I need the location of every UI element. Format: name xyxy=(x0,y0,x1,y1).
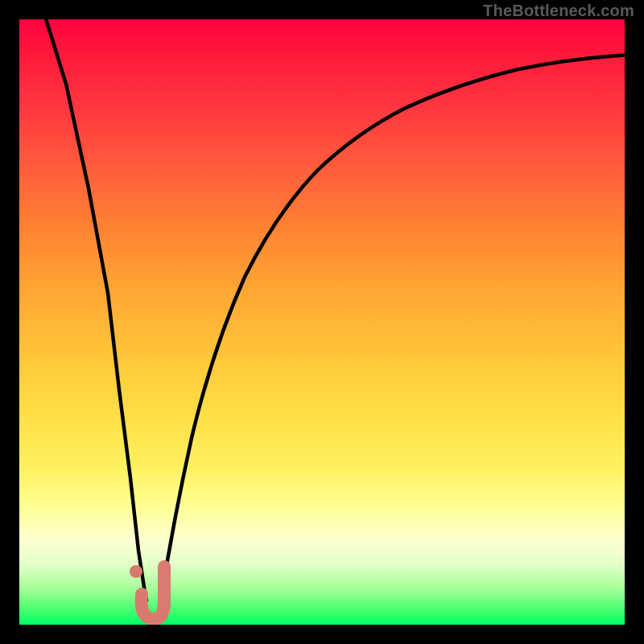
curve-left xyxy=(43,19,147,601)
plot-area xyxy=(19,19,625,625)
bottleneck-j-mark xyxy=(142,567,164,619)
chart-frame: TheBottleneck.com xyxy=(0,0,644,644)
curve-layer xyxy=(19,19,625,625)
curve-right xyxy=(161,55,625,599)
watermark-text: TheBottleneck.com xyxy=(483,2,634,20)
bottleneck-dot-mark xyxy=(130,565,142,578)
